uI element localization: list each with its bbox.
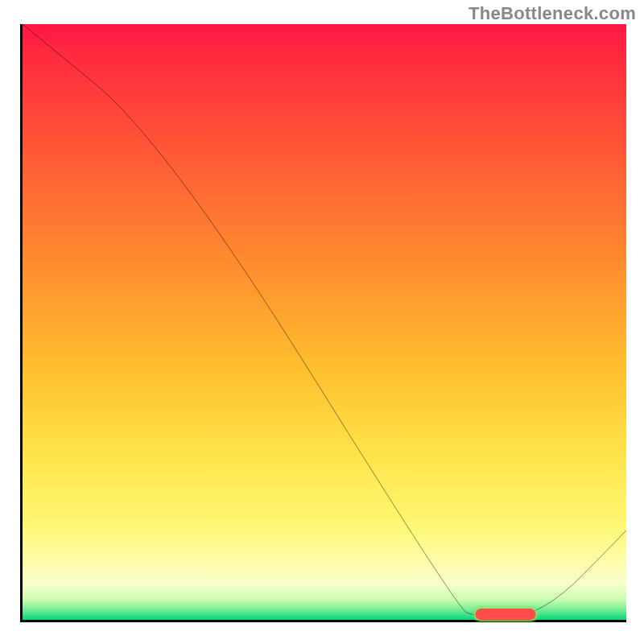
heat-background [23, 24, 626, 620]
watermark-text: TheBottleneck.com [469, 3, 636, 24]
chart-canvas [23, 24, 626, 620]
plot-area [20, 24, 626, 622]
optimal-range-marker [476, 609, 536, 620]
chart-frame: TheBottleneck.com [0, 0, 644, 644]
